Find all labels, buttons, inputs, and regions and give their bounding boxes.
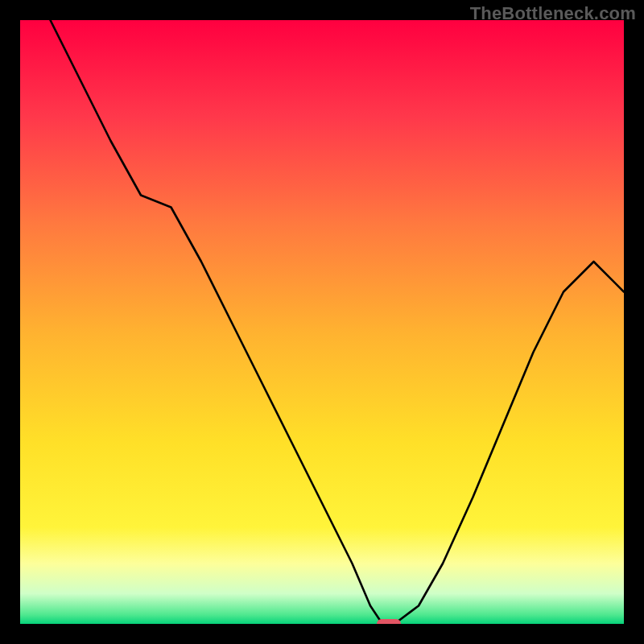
chart-curve bbox=[20, 20, 624, 624]
chart-optimum-marker bbox=[377, 619, 401, 624]
chart-plot-area bbox=[20, 20, 624, 624]
watermark-text: TheBottleneck.com bbox=[470, 3, 636, 24]
